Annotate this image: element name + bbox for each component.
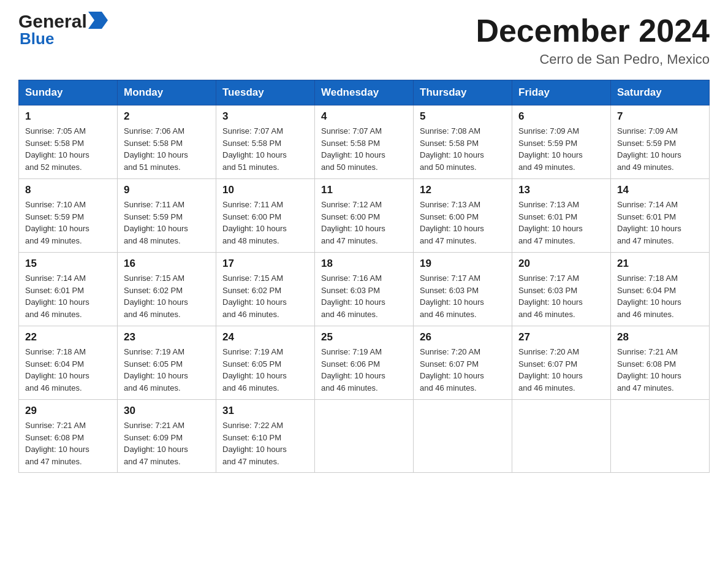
day-number: 22 (25, 331, 111, 343)
day-number: 7 (617, 110, 703, 123)
calendar-week-row: 1Sunrise: 7:05 AM Sunset: 5:58 PM Daylig… (19, 105, 710, 179)
calendar-cell: 31Sunrise: 7:22 AM Sunset: 6:10 PM Dayli… (216, 400, 315, 473)
day-number: 5 (420, 110, 506, 123)
logo-blue-text: Blue (20, 29, 54, 48)
day-info: Sunrise: 7:16 AM Sunset: 6:03 PM Dayligh… (321, 272, 407, 320)
column-header-sunday: Sunday (19, 80, 118, 105)
day-info: Sunrise: 7:20 AM Sunset: 6:07 PM Dayligh… (518, 346, 604, 394)
day-info: Sunrise: 7:14 AM Sunset: 6:01 PM Dayligh… (617, 199, 703, 247)
calendar-cell: 17Sunrise: 7:15 AM Sunset: 6:02 PM Dayli… (216, 253, 315, 326)
calendar-cell: 22Sunrise: 7:18 AM Sunset: 6:04 PM Dayli… (19, 326, 118, 400)
calendar-cell: 23Sunrise: 7:19 AM Sunset: 6:05 PM Dayli… (118, 326, 216, 400)
calendar-cell: 7Sunrise: 7:09 AM Sunset: 5:59 PM Daylig… (611, 105, 710, 179)
calendar-cell: 8Sunrise: 7:10 AM Sunset: 5:59 PM Daylig… (19, 179, 118, 253)
day-number: 19 (420, 258, 506, 270)
day-info: Sunrise: 7:08 AM Sunset: 5:58 PM Dayligh… (420, 125, 506, 173)
day-info: Sunrise: 7:09 AM Sunset: 5:59 PM Dayligh… (518, 125, 604, 173)
day-info: Sunrise: 7:13 AM Sunset: 6:01 PM Dayligh… (518, 199, 604, 247)
day-info: Sunrise: 7:19 AM Sunset: 6:05 PM Dayligh… (124, 346, 210, 394)
day-number: 28 (617, 331, 703, 343)
day-info: Sunrise: 7:19 AM Sunset: 6:05 PM Dayligh… (222, 346, 308, 394)
calendar-cell (315, 400, 414, 473)
day-info: Sunrise: 7:14 AM Sunset: 6:01 PM Dayligh… (25, 272, 111, 320)
day-number: 31 (222, 405, 308, 417)
column-header-friday: Friday (512, 80, 611, 105)
location-title: Cerro de San Pedro, Mexico (476, 52, 710, 67)
calendar-cell: 27Sunrise: 7:20 AM Sunset: 6:07 PM Dayli… (512, 326, 611, 400)
column-header-thursday: Thursday (414, 80, 512, 105)
calendar-cell: 1Sunrise: 7:05 AM Sunset: 5:58 PM Daylig… (19, 105, 118, 179)
column-header-tuesday: Tuesday (216, 80, 315, 105)
day-info: Sunrise: 7:21 AM Sunset: 6:09 PM Dayligh… (124, 419, 210, 467)
calendar-cell: 4Sunrise: 7:07 AM Sunset: 5:58 PM Daylig… (315, 105, 414, 179)
day-info: Sunrise: 7:11 AM Sunset: 6:00 PM Dayligh… (222, 199, 308, 247)
day-info: Sunrise: 7:09 AM Sunset: 5:59 PM Dayligh… (617, 125, 703, 173)
day-info: Sunrise: 7:07 AM Sunset: 5:58 PM Dayligh… (321, 125, 407, 173)
day-number: 17 (222, 258, 308, 270)
day-number: 21 (617, 258, 703, 270)
day-info: Sunrise: 7:19 AM Sunset: 6:06 PM Dayligh… (321, 346, 407, 394)
day-number: 16 (124, 258, 210, 270)
day-info: Sunrise: 7:22 AM Sunset: 6:10 PM Dayligh… (222, 419, 308, 467)
day-number: 15 (25, 258, 111, 270)
calendar-cell: 28Sunrise: 7:21 AM Sunset: 6:08 PM Dayli… (611, 326, 710, 400)
calendar-week-row: 15Sunrise: 7:14 AM Sunset: 6:01 PM Dayli… (19, 253, 710, 326)
day-info: Sunrise: 7:18 AM Sunset: 6:04 PM Dayligh… (617, 272, 703, 320)
calendar-cell: 10Sunrise: 7:11 AM Sunset: 6:00 PM Dayli… (216, 179, 315, 253)
calendar-cell: 12Sunrise: 7:13 AM Sunset: 6:00 PM Dayli… (414, 179, 512, 253)
day-number: 2 (124, 110, 210, 123)
calendar-cell: 29Sunrise: 7:21 AM Sunset: 6:08 PM Dayli… (19, 400, 118, 473)
day-info: Sunrise: 7:13 AM Sunset: 6:00 PM Dayligh… (420, 199, 506, 247)
calendar-cell: 5Sunrise: 7:08 AM Sunset: 5:58 PM Daylig… (414, 105, 512, 179)
svg-marker-0 (88, 12, 108, 29)
day-number: 18 (321, 258, 407, 270)
calendar-cell: 18Sunrise: 7:16 AM Sunset: 6:03 PM Dayli… (315, 253, 414, 326)
calendar-cell: 24Sunrise: 7:19 AM Sunset: 6:05 PM Dayli… (216, 326, 315, 400)
day-number: 1 (25, 110, 111, 123)
title-area: December 2024 Cerro de San Pedro, Mexico (476, 12, 710, 67)
day-info: Sunrise: 7:18 AM Sunset: 6:04 PM Dayligh… (25, 346, 111, 394)
day-number: 14 (617, 184, 703, 196)
calendar-cell (414, 400, 512, 473)
day-info: Sunrise: 7:15 AM Sunset: 6:02 PM Dayligh… (124, 272, 210, 320)
calendar-cell: 14Sunrise: 7:14 AM Sunset: 6:01 PM Dayli… (611, 179, 710, 253)
day-info: Sunrise: 7:05 AM Sunset: 5:58 PM Dayligh… (25, 125, 111, 173)
day-number: 4 (321, 110, 407, 123)
calendar-cell (512, 400, 611, 473)
day-number: 3 (222, 110, 308, 123)
calendar-week-row: 8Sunrise: 7:10 AM Sunset: 5:59 PM Daylig… (19, 179, 710, 253)
day-info: Sunrise: 7:21 AM Sunset: 6:08 PM Dayligh… (25, 419, 111, 467)
calendar-week-row: 22Sunrise: 7:18 AM Sunset: 6:04 PM Dayli… (19, 326, 710, 400)
calendar-cell: 25Sunrise: 7:19 AM Sunset: 6:06 PM Dayli… (315, 326, 414, 400)
logo-general-text: General (18, 12, 87, 31)
day-number: 26 (420, 331, 506, 343)
calendar-week-row: 29Sunrise: 7:21 AM Sunset: 6:08 PM Dayli… (19, 400, 710, 473)
day-number: 11 (321, 184, 407, 196)
calendar-cell: 11Sunrise: 7:12 AM Sunset: 6:00 PM Dayli… (315, 179, 414, 253)
day-number: 9 (124, 184, 210, 196)
column-header-monday: Monday (118, 80, 216, 105)
day-info: Sunrise: 7:11 AM Sunset: 5:59 PM Dayligh… (124, 199, 210, 247)
day-number: 27 (518, 331, 604, 343)
calendar-cell: 26Sunrise: 7:20 AM Sunset: 6:07 PM Dayli… (414, 326, 512, 400)
day-number: 24 (222, 331, 308, 343)
day-number: 8 (25, 184, 111, 196)
day-number: 23 (124, 331, 210, 343)
day-info: Sunrise: 7:17 AM Sunset: 6:03 PM Dayligh… (420, 272, 506, 320)
day-info: Sunrise: 7:06 AM Sunset: 5:58 PM Dayligh… (124, 125, 210, 173)
day-info: Sunrise: 7:21 AM Sunset: 6:08 PM Dayligh… (617, 346, 703, 394)
calendar-cell: 3Sunrise: 7:07 AM Sunset: 5:58 PM Daylig… (216, 105, 315, 179)
day-number: 12 (420, 184, 506, 196)
day-number: 25 (321, 331, 407, 343)
calendar-table: SundayMondayTuesdayWednesdayThursdayFrid… (18, 80, 710, 473)
day-number: 10 (222, 184, 308, 196)
calendar-cell: 2Sunrise: 7:06 AM Sunset: 5:58 PM Daylig… (118, 105, 216, 179)
calendar-cell: 30Sunrise: 7:21 AM Sunset: 6:09 PM Dayli… (118, 400, 216, 473)
calendar-cell: 9Sunrise: 7:11 AM Sunset: 5:59 PM Daylig… (118, 179, 216, 253)
day-info: Sunrise: 7:10 AM Sunset: 5:59 PM Dayligh… (25, 199, 111, 247)
column-header-wednesday: Wednesday (315, 80, 414, 105)
calendar-header-row: SundayMondayTuesdayWednesdayThursdayFrid… (19, 80, 710, 105)
day-info: Sunrise: 7:12 AM Sunset: 6:00 PM Dayligh… (321, 199, 407, 247)
logo: General Blue (18, 12, 108, 48)
column-header-saturday: Saturday (611, 80, 710, 105)
